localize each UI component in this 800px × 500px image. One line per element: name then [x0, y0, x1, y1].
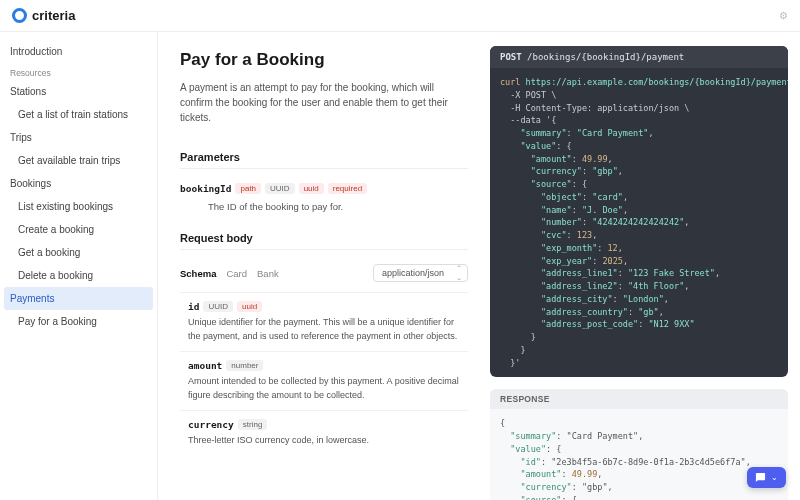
body-field-currency: currency string Three-letter ISO currenc… [180, 410, 468, 456]
nav-introduction[interactable]: Introduction [0, 40, 157, 63]
param-description: The ID of the booking to pay for. [208, 200, 468, 214]
chat-icon [755, 472, 766, 483]
nav-section-resources: Resources [0, 63, 157, 80]
param-bookingid: bookingId path UUID uuid required The ID… [180, 183, 468, 214]
field-desc: Amount intended to be collected by this … [188, 375, 460, 402]
main-content: Pay for a Booking A payment is an attemp… [158, 32, 490, 500]
brand-logo: criteria [12, 8, 75, 23]
nav-payments-pay[interactable]: Pay for a Booking [0, 310, 157, 333]
nav-bookings-delete[interactable]: Delete a booking [0, 264, 157, 287]
field-desc: Unique identifier for the payment. This … [188, 316, 460, 343]
body-tabs: Schema Card Bank [180, 268, 279, 279]
page-title: Pay for a Booking [180, 50, 468, 70]
nav-stations[interactable]: Stations [0, 80, 157, 103]
nav-bookings-create[interactable]: Create a booking [0, 218, 157, 241]
sidebar: Introduction Resources Stations Get a li… [0, 32, 158, 500]
nav-bookings-get[interactable]: Get a booking [0, 241, 157, 264]
feedback-fab[interactable]: ⌄ [747, 467, 786, 488]
param-name: bookingId [180, 183, 231, 194]
nav-stations-get[interactable]: Get a list of train stations [0, 103, 157, 126]
tab-schema[interactable]: Schema [180, 268, 216, 279]
request-endpoint: POST /bookings/{bookingId}/payment [490, 46, 788, 68]
response-label: RESPONSE [490, 389, 788, 409]
nav-bookings-list[interactable]: List existing bookings [0, 195, 157, 218]
parameters-heading: Parameters [180, 151, 468, 169]
param-tag-type: UUID [265, 183, 295, 194]
body-field-amount: amount number Amount intended to be coll… [180, 351, 468, 410]
tab-bank[interactable]: Bank [257, 268, 279, 279]
field-name: amount [188, 360, 222, 371]
request-body-heading: Request body [180, 232, 468, 250]
response-json: { "summary": "Card Payment", "value": { … [490, 409, 788, 500]
content-type-select[interactable]: application/json [373, 264, 468, 282]
nav-bookings[interactable]: Bookings [0, 172, 157, 195]
nav-payments[interactable]: Payments [4, 287, 153, 310]
field-type: UUID [203, 301, 233, 312]
param-tag-path: path [235, 183, 261, 194]
nav-trips[interactable]: Trips [0, 126, 157, 149]
chevron-down-icon: ⌄ [771, 473, 778, 482]
request-example: POST /bookings/{bookingId}/payment curl … [490, 46, 788, 377]
field-desc: Three-letter ISO currency code, in lower… [188, 434, 460, 448]
nav-trips-get[interactable]: Get available train trips [0, 149, 157, 172]
body-field-id: id UUID uuid Unique identifier for the p… [180, 292, 468, 351]
field-format: uuid [237, 301, 262, 312]
logo-icon [12, 8, 27, 23]
tab-card[interactable]: Card [226, 268, 247, 279]
field-name: id [188, 301, 199, 312]
field-type: string [238, 419, 268, 430]
field-name: currency [188, 419, 234, 430]
code-pane: POST /bookings/{bookingId}/payment curl … [490, 32, 800, 500]
response-example: RESPONSE { "summary": "Card Payment", "v… [490, 389, 788, 500]
brand-name: criteria [32, 8, 75, 23]
param-tag-required: required [328, 183, 367, 194]
field-type: number [226, 360, 263, 371]
app-header: criteria ⚙ [0, 0, 800, 32]
param-tag-format: uuid [299, 183, 324, 194]
page-description: A payment is an attempt to pay for the b… [180, 80, 460, 125]
request-curl: curl https://api.example.com/bookings/{b… [490, 68, 788, 377]
gear-icon[interactable]: ⚙ [779, 10, 788, 21]
